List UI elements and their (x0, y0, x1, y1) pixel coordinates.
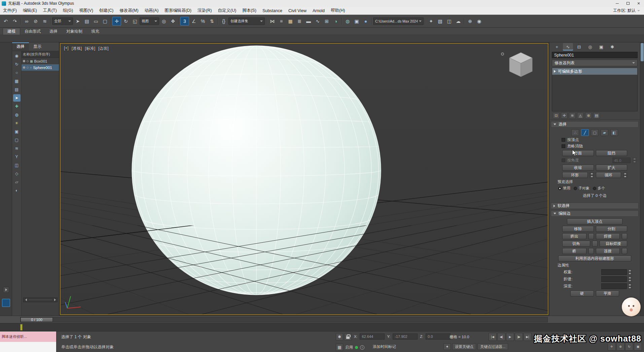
chamfer-settings-button[interactable] (592, 241, 598, 247)
go-to-end-button[interactable]: ▶| (524, 333, 532, 341)
depth-spinner[interactable] (628, 283, 632, 289)
perspective-viewport[interactable]: [+] [透视] [标准] [边面] (60, 43, 548, 315)
shrink-button[interactable]: 收缩 (562, 165, 594, 171)
polygon-subobject-icon[interactable]: ▰ (601, 129, 608, 136)
pick-cursor-icon[interactable]: ➤ (13, 94, 21, 102)
selection-lock-icon[interactable] (344, 333, 352, 341)
menu-item[interactable]: 帮助(H) (328, 7, 348, 14)
soft-selection-rollout-header[interactable]: 软选择 (551, 203, 639, 209)
viewcube-home-icon[interactable] (501, 52, 504, 56)
filter-shapes-icon[interactable]: ◍ (13, 111, 21, 118)
viewport-general-menu[interactable]: [+] (64, 46, 69, 51)
by-angle-checkbox[interactable] (562, 159, 565, 162)
use-pivot-center-icon[interactable]: ◎ (159, 17, 168, 26)
undo-icon[interactable]: ↶ (1, 17, 10, 26)
viewport-pov-menu[interactable]: [透视] (72, 46, 82, 51)
filter-containers-icon[interactable]: ◫ (13, 162, 21, 169)
set-key-button[interactable]: 设置关键点 (452, 343, 476, 350)
angle-snap-icon[interactable]: ∠ (189, 17, 198, 26)
select-results-icon[interactable]: ◉ (13, 52, 21, 60)
z-coordinate-field[interactable]: 0.0 (426, 333, 451, 340)
ribbon-tab[interactable]: 填充 (87, 28, 104, 35)
bridge-settings-button[interactable] (588, 248, 594, 254)
reference-coordinate-dropdown[interactable]: 视图 (140, 17, 159, 25)
vertex-subobject-icon[interactable]: ∴ (571, 129, 579, 136)
curve-editor-icon[interactable]: ∿ (313, 17, 322, 26)
weld-button[interactable]: 焊接 (596, 233, 620, 239)
freeze-icon[interactable] (27, 67, 29, 69)
command-panel-scrollbar[interactable] (640, 42, 644, 316)
bridge-button[interactable]: 桥 (562, 248, 586, 254)
select-by-name-icon[interactable]: ▤ (82, 17, 91, 26)
by-angle-field[interactable]: 45.0 (612, 157, 631, 163)
scrollbar-thumb[interactable] (29, 300, 52, 300)
bind-to-space-warp-icon[interactable]: ≋ (40, 17, 49, 26)
split-button[interactable]: 分割 (596, 226, 628, 232)
pin-stack-icon[interactable]: ✛ (561, 112, 568, 119)
filter-spacewarps-icon[interactable]: ≋ (13, 145, 21, 152)
show-end-result-icon[interactable]: ≋ (569, 112, 576, 119)
toggle-ribbon-icon[interactable]: ▬ (304, 17, 313, 26)
modify-tab[interactable]: ∿ (563, 43, 573, 50)
window-crossing-icon[interactable]: ▢ (101, 17, 109, 26)
selection-rollout-header[interactable]: 选择 (551, 121, 639, 128)
viewport-shading-menu[interactable]: [标准] (85, 46, 95, 51)
add-filter-icon[interactable]: ✚ (13, 103, 21, 110)
create-shape-button[interactable]: 利用所选内容创建图形 (558, 255, 631, 261)
crease-spinner[interactable] (628, 276, 632, 282)
explorer-horizontal-scrollbar[interactable] (23, 297, 58, 302)
listener-macro-field[interactable]: 脚本迷你侦听... (0, 331, 56, 342)
percent-snap-icon[interactable]: % (199, 17, 207, 26)
go-to-start-button[interactable]: |◀ (489, 333, 497, 341)
mirror-icon[interactable]: ⋈ (268, 17, 277, 26)
track-bar[interactable] (0, 323, 644, 331)
edit-named-selection-sets-icon[interactable]: {} (219, 17, 228, 26)
next-frame-button[interactable]: |▶ (515, 333, 523, 341)
extrude-button[interactable]: 挤出 (562, 233, 586, 239)
ribbon-tab[interactable]: 选择 (45, 28, 62, 35)
menu-item[interactable]: 图形编辑器(D) (162, 7, 194, 14)
remove-modifier-icon[interactable]: ⊗ (585, 112, 592, 119)
workspace-selector[interactable]: 工作区: 默认 (613, 8, 644, 13)
time-tag[interactable]: 添加时间标记 (373, 344, 396, 349)
menu-item[interactable]: 修改器(M) (116, 7, 141, 14)
align-icon[interactable]: ≡ (277, 17, 286, 26)
weight-spinner[interactable] (628, 269, 632, 275)
edit-edges-rollout-header[interactable]: 编辑边 (551, 210, 639, 217)
ribbon-tab[interactable]: 建模 (3, 28, 20, 35)
loop-spinner[interactable] (623, 172, 627, 178)
element-subobject-icon[interactable]: ◧ (610, 129, 618, 136)
menu-item[interactable]: 脚本(S) (239, 7, 259, 14)
viewcube[interactable] (505, 50, 536, 79)
lock-stack-icon[interactable]: ⊡ (553, 112, 560, 119)
layout-tab-arrow[interactable] (3, 287, 9, 293)
project-folder-dropdown[interactable]: C:\Users\Ad…ds Max 2024 (373, 17, 424, 25)
visibility-icon[interactable] (23, 60, 25, 62)
info-icon[interactable]: i (360, 345, 364, 350)
edge-subobject-icon[interactable]: ╱ (581, 129, 589, 136)
play-button[interactable]: ▶ (506, 333, 514, 341)
minimize-button[interactable] (612, 0, 622, 7)
utilities-tab[interactable]: ✱ (607, 43, 617, 50)
snap-toggle-3d-icon[interactable]: 3 (180, 17, 189, 26)
menu-item[interactable]: 组(G) (60, 7, 76, 14)
crease-field[interactable] (601, 276, 627, 282)
current-frame-marker[interactable] (20, 324, 23, 330)
maxscript-mini-listener[interactable]: 脚本迷你侦听... (0, 331, 57, 352)
connect-button[interactable]: 连接 (596, 248, 620, 254)
scene-explorer-tab[interactable]: 选择 (12, 42, 29, 51)
menu-item[interactable]: 渲染(R) (194, 7, 215, 14)
time-slider[interactable]: 0 / 100 (20, 317, 548, 322)
render-production-icon[interactable]: ● (361, 17, 370, 26)
extrude-settings-button[interactable] (588, 233, 594, 239)
loop-button[interactable]: 循环 (596, 172, 621, 178)
close-button[interactable]: ✕ (633, 0, 644, 7)
make-unique-icon[interactable]: ◬ (577, 112, 584, 119)
filter-bones-icon[interactable]: Y (13, 153, 21, 161)
time-slider-handle[interactable]: 0 / 100 (21, 317, 53, 322)
freeze-icon[interactable] (27, 60, 29, 62)
maximize-button[interactable] (622, 0, 633, 7)
backface-button[interactable]: 背面 (562, 150, 594, 156)
cloud-render-icon[interactable]: ☁ (454, 17, 463, 26)
hierarchy-tab[interactable]: ⊟ (574, 43, 584, 50)
